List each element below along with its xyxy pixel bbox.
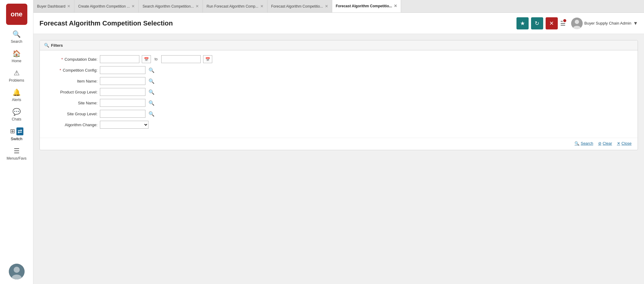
header-actions: ★ ↻ ✕ ☰ Buyer Supply Cha — [516, 17, 638, 29]
tab-close-forecast-algo-2[interactable]: ✕ — [394, 4, 397, 8]
product-group-level-search-button[interactable]: 🔍 — [148, 89, 155, 95]
tab-close-buyer-dashboard[interactable]: ✕ — [67, 4, 70, 8]
tab-label: Run Forecast Algorithm Comp... — [206, 4, 258, 8]
stack-icon: ⊞ — [10, 127, 15, 135]
computation-date-from-input[interactable] — [100, 55, 139, 63]
filter-row-site-group-level: Site Group Level: 🔍 — [46, 110, 632, 118]
close-page-button[interactable]: ✕ — [546, 17, 558, 29]
tab-label: Forecast Algorithm Competitio... — [336, 4, 392, 8]
tab-close-run-forecast[interactable]: ✕ — [260, 4, 264, 8]
site-name-label: Site Name: — [46, 101, 97, 105]
tab-search-algorithm[interactable]: Search Algorithm Competition... ✕ — [139, 0, 203, 13]
switch-icon: ⇄ — [16, 127, 23, 135]
sidebar-item-label-search: Search — [11, 39, 22, 44]
product-group-level-label: Product Group Level: — [46, 90, 97, 94]
filters-header: 🔍 Filters — [40, 40, 638, 50]
search-icon: 🔍 — [574, 141, 579, 146]
tab-run-forecast[interactable]: Run Forecast Algorithm Comp... ✕ — [203, 0, 267, 13]
computation-date-from-calendar-button[interactable]: 📅 — [142, 55, 151, 63]
user-dropdown-button[interactable]: ▼ — [633, 21, 638, 26]
sidebar-item-label-menusfavs: Menus/Favs — [7, 156, 26, 161]
sidebar: one 🔍 Search 🏠 Home ⚠ Problems 🔔 Alerts … — [0, 0, 33, 284]
notification-dot — [563, 19, 567, 23]
item-name-search-button[interactable]: 🔍 — [148, 78, 155, 84]
tab-close-create-algorithm[interactable]: ✕ — [131, 4, 135, 8]
chat-icon: 💬 — [12, 108, 21, 116]
filter-row-site-name: Site Name: 🔍 — [46, 99, 632, 107]
close-label: Close — [622, 141, 632, 146]
star-button[interactable]: ★ — [516, 17, 529, 29]
svg-point-4 — [575, 20, 579, 24]
search-icon: 🔍 — [12, 30, 21, 38]
sidebar-item-label-switch: Switch — [11, 137, 22, 141]
clear-icon: ⊘ — [598, 141, 601, 146]
filters-panel: 🔍 Filters * Computation Date: 📅 to 📅 — [39, 40, 638, 150]
item-name-input[interactable] — [100, 77, 145, 85]
site-group-level-search-button[interactable]: 🔍 — [148, 111, 155, 117]
clear-button[interactable]: ⊘ Clear — [598, 141, 612, 146]
site-name-search-button[interactable]: 🔍 — [148, 100, 155, 106]
sidebar-item-search[interactable]: 🔍 Search — [0, 27, 33, 47]
app-logo[interactable]: one — [6, 4, 27, 25]
tab-create-algorithm[interactable]: Create Algorithm Competition ... ✕ — [74, 0, 139, 13]
close-button[interactable]: ✕ Close — [617, 141, 632, 146]
user-area: Buyer Supply Chain Admin ▼ — [571, 18, 638, 29]
menu-icon: ☰ — [14, 147, 20, 155]
refresh-icon: ↻ — [535, 20, 539, 27]
hamburger-menu-button[interactable]: ☰ — [560, 20, 566, 27]
user-role-label: Buyer Supply Chain Admin — [584, 21, 632, 25]
filter-row-algorithm-change: Algorithm Change: — [46, 121, 632, 129]
competition-config-input[interactable] — [100, 66, 145, 74]
product-group-level-input[interactable] — [100, 88, 145, 96]
competition-config-search-button[interactable]: 🔍 — [148, 67, 155, 73]
sidebar-item-label-home: Home — [12, 59, 21, 63]
filter-row-competition-config: * Competition Config: 🔍 — [46, 66, 632, 74]
algorithm-change-select[interactable] — [100, 121, 148, 129]
search-label: Search — [581, 141, 593, 146]
filter-row-product-group-level: Product Group Level: 🔍 — [46, 88, 632, 96]
tab-forecast-algo-1[interactable]: Forecast Algorithm Competitio... ✕ — [267, 0, 332, 13]
page-title: Forecast Algorithm Competition Selection — [39, 19, 516, 27]
sidebar-item-problems[interactable]: ⚠ Problems — [0, 66, 33, 86]
home-icon: 🏠 — [12, 50, 21, 58]
site-group-level-label: Site Group Level: — [46, 112, 97, 116]
close-icon: ✕ — [617, 141, 620, 146]
sidebar-item-chats[interactable]: 💬 Chats — [0, 105, 33, 124]
required-star: * — [61, 57, 63, 62]
bell-icon: 🔔 — [12, 89, 21, 96]
search-button[interactable]: 🔍 Search — [574, 141, 593, 146]
filters-body: * Computation Date: 📅 to 📅 * Competition… — [40, 50, 638, 137]
close-icon: ✕ — [549, 20, 554, 27]
page-header: Forecast Algorithm Competition Selection… — [33, 13, 644, 34]
computation-date-to-calendar-button[interactable]: 📅 — [203, 55, 212, 63]
sidebar-item-alerts[interactable]: 🔔 Alerts — [0, 86, 33, 105]
sidebar-item-home[interactable]: 🏠 Home — [0, 47, 33, 66]
tab-forecast-algo-2[interactable]: Forecast Algorithm Competitio... ✕ — [332, 0, 401, 13]
sidebar-item-menusfavs[interactable]: ☰ Menus/Favs — [0, 144, 33, 164]
sidebar-item-switch[interactable]: ⊞ ⇄ Switch — [0, 124, 33, 144]
tab-buyer-dashboard[interactable]: Buyer Dashboard ✕ — [33, 0, 74, 13]
user-avatar — [571, 18, 583, 29]
sidebar-item-label-problems: Problems — [9, 78, 24, 83]
required-star: * — [60, 68, 61, 73]
item-name-label: Item Name: — [46, 79, 97, 83]
user-avatar-sidebar[interactable] — [9, 264, 25, 279]
tab-label: Buyer Dashboard — [37, 4, 65, 8]
refresh-button[interactable]: ↻ — [531, 17, 543, 29]
filter-row-item-name: Item Name: 🔍 — [46, 77, 632, 85]
filters-header-label: Filters — [51, 43, 63, 48]
tab-close-forecast-algo-1[interactable]: ✕ — [325, 4, 328, 8]
warning-icon: ⚠ — [14, 69, 20, 77]
competition-config-label: * Competition Config: — [46, 68, 97, 73]
svg-point-1 — [14, 267, 20, 273]
computation-date-to-label: to — [155, 57, 158, 61]
site-name-input[interactable] — [100, 99, 145, 107]
tab-label: Create Algorithm Competition ... — [78, 4, 130, 8]
sidebar-item-label-alerts: Alerts — [12, 98, 21, 102]
computation-date-to-input[interactable] — [161, 55, 201, 63]
algorithm-change-label: Algorithm Change: — [46, 123, 97, 127]
filter-icon: 🔍 — [44, 43, 49, 48]
star-icon: ★ — [520, 20, 525, 27]
site-group-level-input[interactable] — [100, 110, 145, 118]
tab-close-search-algorithm[interactable]: ✕ — [196, 4, 199, 8]
